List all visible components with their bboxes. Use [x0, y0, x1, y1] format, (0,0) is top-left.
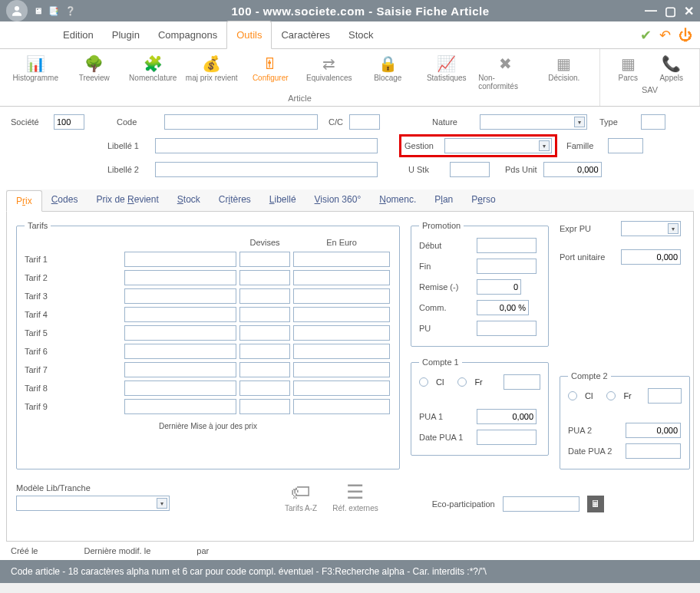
tarif-devise-input[interactable]: [239, 362, 290, 377]
cc-input[interactable]: [349, 114, 380, 130]
ribbon-parcs[interactable]: ▦Parcs: [606, 54, 650, 82]
menu-item-stock[interactable]: Stock: [339, 21, 383, 48]
promo-debut-input[interactable]: [477, 238, 537, 253]
tarif-euro-input[interactable]: [293, 307, 390, 322]
tarif-price-input[interactable]: [124, 252, 236, 267]
promo-fin-input[interactable]: [477, 259, 537, 274]
tarif-devise-input[interactable]: [239, 325, 290, 341]
menu-item-caractères[interactable]: Caractères: [272, 21, 339, 48]
calculator-icon: 🖩: [591, 499, 600, 509]
promo-comm-input[interactable]: [477, 300, 529, 315]
tab-prix[interactable]: Prix: [6, 190, 42, 212]
compte2-date-input[interactable]: [626, 443, 681, 459]
status-bar: Code article - 18 caractères alpha num e…: [0, 560, 700, 583]
modele-combo[interactable]: ▾: [16, 496, 170, 511]
tab-libell-[interactable]: Libellé: [260, 189, 305, 211]
gestion-combo[interactable]: ▾: [444, 138, 552, 153]
famille-input[interactable]: [608, 138, 643, 153]
tarif-euro-input[interactable]: [293, 399, 390, 414]
libelle1-input[interactable]: [155, 138, 378, 153]
compte1-fr-radio[interactable]: [457, 377, 467, 387]
tab-plan[interactable]: Plan: [425, 189, 462, 211]
tarifs-az-button[interactable]: 🏷 Tarifs A-Z: [285, 480, 317, 512]
ribbon-histogramme[interactable]: 📊Histogramme: [8, 54, 62, 91]
monitor-icon[interactable]: 🖥: [34, 6, 42, 16]
port-input[interactable]: [621, 249, 681, 265]
ribbon-maj-prix-revient[interactable]: 💰maj prix revient: [185, 54, 239, 91]
nature-combo[interactable]: ▾: [480, 114, 587, 130]
close-button[interactable]: ✕: [684, 4, 694, 18]
tab-prix-de-revient[interactable]: Prix de Revient: [87, 189, 167, 211]
power-icon[interactable]: ⏻: [679, 28, 692, 44]
tarif-devise-input[interactable]: [239, 344, 290, 359]
tab-nomenc-[interactable]: Nomenc.: [370, 189, 425, 211]
ribbon-configurer[interactable]: 🎚Configurer: [243, 54, 297, 91]
tarif-price-input[interactable]: [124, 381, 236, 396]
tarif-devise-input[interactable]: [239, 307, 290, 322]
menu-item-outils[interactable]: Outils: [226, 21, 272, 49]
tarif-euro-input[interactable]: [293, 288, 390, 304]
ribbon-non-conformit-s[interactable]: ✖Non-conformités: [478, 54, 532, 91]
menu-item-compagnons[interactable]: Compagnons: [149, 21, 226, 48]
tab-codes[interactable]: Codes: [42, 189, 88, 211]
ribbon-equivalences[interactable]: ⇄Equivalences: [302, 54, 356, 91]
compte2-input[interactable]: [648, 388, 682, 404]
compte1-date-input[interactable]: [477, 430, 537, 445]
tarif-euro-input[interactable]: [293, 381, 390, 396]
tab-stock[interactable]: Stock: [168, 189, 210, 211]
promo-remise-input[interactable]: [477, 279, 521, 295]
tarif-euro-input[interactable]: [293, 252, 390, 267]
tarif-price-input[interactable]: [124, 362, 236, 377]
libelle2-input[interactable]: [155, 162, 378, 177]
tarif-euro-input[interactable]: [293, 362, 390, 377]
notes-icon[interactable]: 📑: [48, 6, 59, 16]
pdsunit-input[interactable]: [543, 162, 602, 177]
tab-vision-360-[interactable]: Vision 360°: [305, 189, 371, 211]
calculator-button[interactable]: 🖩: [587, 496, 604, 512]
compte1-input[interactable]: [504, 374, 540, 390]
compte2-cl-radio[interactable]: [568, 391, 577, 400]
code-input[interactable]: [164, 114, 318, 130]
tarif-devise-input[interactable]: [239, 399, 290, 414]
promo-pu-input[interactable]: [477, 321, 537, 336]
validate-icon[interactable]: ✔: [640, 27, 652, 44]
maximize-button[interactable]: ▢: [665, 4, 676, 18]
ribbon-nomenclature[interactable]: 🧩Nomenclature: [126, 54, 180, 91]
eco-input[interactable]: [503, 496, 579, 512]
compte1-cl-radio[interactable]: [419, 377, 428, 387]
compte1-pua-input[interactable]: [477, 409, 537, 424]
tarif-price-input[interactable]: [124, 270, 236, 285]
tarif-devise-input[interactable]: [239, 288, 290, 304]
ref-externes-button[interactable]: ☰ Réf. externes: [332, 480, 378, 512]
tarif-devise-input[interactable]: [239, 381, 290, 396]
ribbon-d-cision-[interactable]: ▦Décision.: [537, 54, 591, 91]
ribbon-statistiques[interactable]: 📈Statistiques: [420, 54, 474, 91]
tarif-euro-input[interactable]: [293, 325, 390, 341]
tarif-euro-input[interactable]: [293, 344, 390, 359]
tarif-price-input[interactable]: [124, 307, 236, 322]
minimize-button[interactable]: —: [645, 4, 657, 18]
ustk-input[interactable]: [450, 162, 490, 177]
societe-input[interactable]: [54, 114, 84, 130]
tarif-devise-input[interactable]: [239, 270, 290, 285]
undo-icon[interactable]: ↶: [659, 27, 671, 44]
ribbon-blocage[interactable]: 🔒Blocage: [361, 54, 414, 91]
tarif-price-input[interactable]: [124, 288, 236, 304]
menu-item-plugin[interactable]: Plugin: [103, 21, 149, 48]
tab-crit-res[interactable]: Critères: [210, 189, 260, 211]
compte2-fr-radio[interactable]: [606, 391, 616, 400]
user-avatar[interactable]: [6, 0, 28, 21]
tarif-devise-input[interactable]: [239, 252, 290, 267]
compte2-pua-input[interactable]: [626, 423, 681, 438]
menu-item-edition[interactable]: Edition: [54, 21, 103, 48]
ribbon-treeview[interactable]: 🌳Treeview: [68, 54, 121, 91]
help-icon[interactable]: ❔: [65, 6, 76, 16]
type-input[interactable]: [641, 114, 665, 130]
exprpu-combo[interactable]: ▾: [621, 221, 681, 236]
ribbon-appels[interactable]: 📞Appels: [650, 54, 694, 82]
tarif-price-input[interactable]: [124, 399, 236, 414]
tarif-euro-input[interactable]: [293, 270, 390, 285]
tab-perso[interactable]: Perso: [462, 189, 504, 211]
tarif-price-input[interactable]: [124, 344, 236, 359]
tarif-price-input[interactable]: [124, 325, 236, 341]
